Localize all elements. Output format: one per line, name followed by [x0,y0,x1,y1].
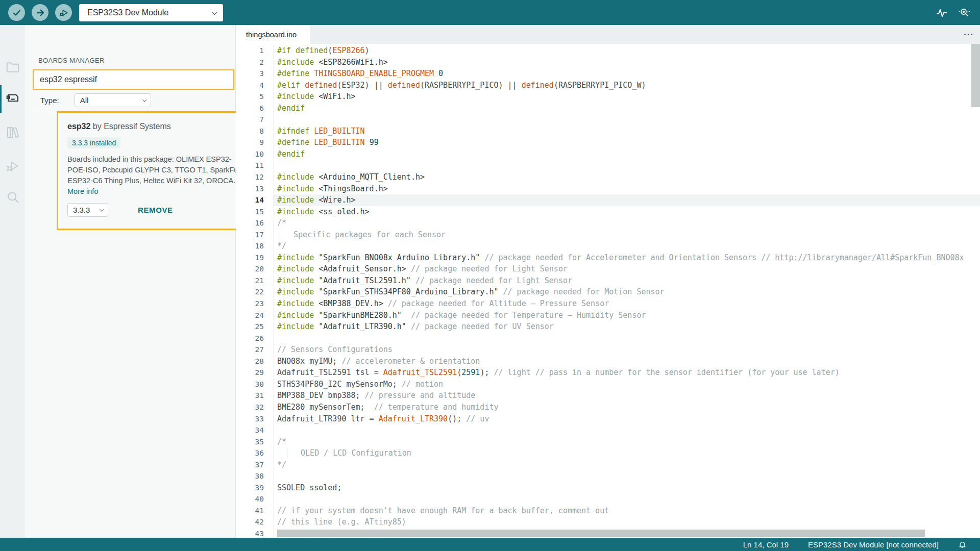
code-line[interactable]: 32BME280 mySensorTem; // temperature and… [236,402,980,413]
code-line[interactable]: 4#elif defined(ESP32) || defined(RASPBER… [236,80,980,91]
serial-plotter-button[interactable] [935,6,948,19]
code-line-text: #include <ThingsBoard.h> [273,183,980,195]
panel-title: BOARDS MANAGER [38,57,105,64]
board-selector-dropdown[interactable]: ESP32S3 Dev Module [79,4,223,21]
code-line[interactable]: 7 [236,114,980,126]
code-line-text: #include <Arduino_MQTT_Client.h> [273,171,980,183]
tab-more-actions-button[interactable]: ··· [964,25,974,44]
code-line[interactable]: 11 [236,160,980,171]
editor-tab-bar: thingsboard.ino ··· [236,25,980,44]
code-line-text: #if defined(ESP8266) [273,45,980,57]
notifications-button[interactable] [958,540,967,549]
line-number: 15 [236,206,273,218]
code-line[interactable]: 15#include <ss_oled.h> [236,206,980,218]
code-line-text: #include "SparkFunBME280.h" // package n… [273,310,980,321]
code-line[interactable]: 10#endif [236,148,980,160]
code-line[interactable]: 8#ifndef LED_BUILTIN [236,126,980,137]
code-line[interactable]: 29Adafruit_TSL2591 tsl = Adafruit_TSL259… [236,367,980,379]
line-number: 11 [236,160,273,171]
code-line-text: OLED / LCD Configuration [273,447,980,459]
code-line-text: // this line (e.g. ATtiny85) [273,516,980,528]
arduino-ide-window: ESP32S3 Dev Module [0,0,980,551]
code-line[interactable]: 5#include <WiFi.h> [236,91,980,103]
code-line[interactable]: 17 Specific packages for each Sensor [236,229,980,241]
board-connection-status[interactable]: ESP32S3 Dev Module [not connected] [808,540,939,549]
line-number: 43 [236,528,273,538]
sidebar-item-library-manager[interactable] [0,124,25,140]
code-line-text: Adafruit_LTR390 ltr = Adafruit_LTR390();… [273,413,980,425]
code-line[interactable]: 14#include <Wire.h> [236,194,980,206]
debugger-bug-icon [5,158,20,173]
code-line[interactable]: 2#include <ESP8266WiFi.h> [236,57,980,68]
code-line[interactable]: 20#include <Adafruit_Sensor.h> // packag… [236,263,980,275]
code-line[interactable]: 31BMP388_DEV bmp388; // pressure and alt… [236,390,980,402]
debug-button[interactable] [55,4,72,21]
code-line[interactable]: 16/* [236,217,980,229]
code-line[interactable]: 26 [236,333,980,344]
vertical-scrollbar-thumb[interactable] [971,44,980,107]
code-line[interactable]: 39SSOLED ssoled; [236,482,980,494]
code-line[interactable]: 41// if your system doesn't have enough … [236,505,980,517]
code-line[interactable]: 36 OLED / LCD Configuration [236,447,980,459]
code-line[interactable]: 19#include "SparkFun_BNO08x_Arduino_Libr… [236,252,980,264]
sidebar-item-sketchbook[interactable] [0,60,25,75]
check-icon [12,8,21,17]
code-line[interactable]: 25#include "Adafruit_LTR390.h" // packag… [236,321,980,333]
code-line-text: #endif [273,148,980,160]
code-line[interactable]: 38 [236,470,980,482]
line-number: 38 [236,470,273,482]
verify-button[interactable] [8,4,25,21]
code-line-text: BNO08x myIMU; // accelerometer & orienta… [273,356,980,367]
package-title: esp32 by Espressif Systems [67,122,249,131]
upload-button[interactable] [32,4,48,21]
code-line[interactable]: 30STHS34PF80_I2C mySensorMo; // motion [236,379,980,390]
line-number: 19 [236,252,273,264]
code-line-text: #define LED_BUILTIN 99 [273,137,980,148]
version-dropdown[interactable]: 3.3.3 [67,203,108,217]
code-line[interactable]: 40 [236,493,980,505]
code-line[interactable]: 12#include <Arduino_MQTT_Client.h> [236,171,980,183]
cursor-position[interactable]: Ln 14, Col 19 [743,540,789,549]
package-description: Boards included in this package: OLIMEX … [67,154,244,186]
horizontal-scrollbar-thumb[interactable] [277,530,925,537]
code-line-text: #include <ESP8266WiFi.h> [273,57,980,68]
sidebar-item-search[interactable] [0,189,25,205]
line-number: 1 [236,45,273,57]
code-line-text: #include "Adafruit_TSL2591.h" // package… [273,275,980,287]
code-line[interactable]: 21#include "Adafruit_TSL2591.h" // packa… [236,275,980,287]
code-line[interactable]: 37*/ [236,459,980,471]
tab-thingsboard-ino[interactable]: thingsboard.ino [236,25,310,44]
code-line[interactable]: 42// this line (e.g. ATtiny85) [236,516,980,528]
code-line-text: #include <BMP388_DEV.h> // package neede… [273,298,980,310]
code-line[interactable]: 22#include "SparkFun_STHS34PF80_Arduino_… [236,286,980,298]
code-line[interactable]: 27// Sensors Configurations [236,344,980,356]
code-line[interactable]: 24#include "SparkFunBME280.h" // package… [236,310,980,321]
code-line[interactable]: 18*/ [236,240,980,252]
code-line-text [273,114,980,126]
code-line[interactable]: 1#if defined(ESP8266) [236,45,980,57]
remove-button[interactable]: REMOVE [138,206,173,214]
status-bar: Ln 14, Col 19 ESP32S3 Dev Module [not co… [0,538,980,551]
sidebar-item-boards-manager[interactable] [0,90,25,106]
search-icon [5,189,20,205]
code-line[interactable]: 6#endif [236,103,980,114]
code-line[interactable]: 28BNO08x myIMU; // accelerometer & orien… [236,356,980,367]
more-info-link[interactable]: More info [67,187,98,195]
boards-search-input[interactable] [34,75,233,84]
code-line[interactable]: 23#include <BMP388_DEV.h> // package nee… [236,298,980,310]
code-line[interactable]: 33Adafruit_LTR390 ltr = Adafruit_LTR390(… [236,413,980,425]
code-line[interactable]: 13#include <ThingsBoard.h> [236,183,980,195]
code-line[interactable]: 35/* [236,436,980,448]
code-line[interactable]: 9#define LED_BUILTIN 99 [236,137,980,148]
code-area[interactable]: 1#if defined(ESP8266)2#include <ESP8266W… [236,44,980,538]
sidebar-item-debug[interactable] [0,158,25,173]
type-filter-dropdown[interactable]: All [75,93,151,107]
code-line[interactable]: 34 [236,424,980,436]
boards-chip-icon [5,90,20,106]
line-number: 22 [236,286,273,298]
line-number: 25 [236,321,273,333]
installed-badge: 3.3.3 installed [67,137,120,148]
serial-monitor-button[interactable] [958,6,971,19]
library-manager-link[interactable]: http://librarymanager/All#SparkFun_BNO08… [775,253,964,262]
code-line[interactable]: 3#define THINGSBOARD_ENABLE_PROGMEM 0 [236,68,980,80]
